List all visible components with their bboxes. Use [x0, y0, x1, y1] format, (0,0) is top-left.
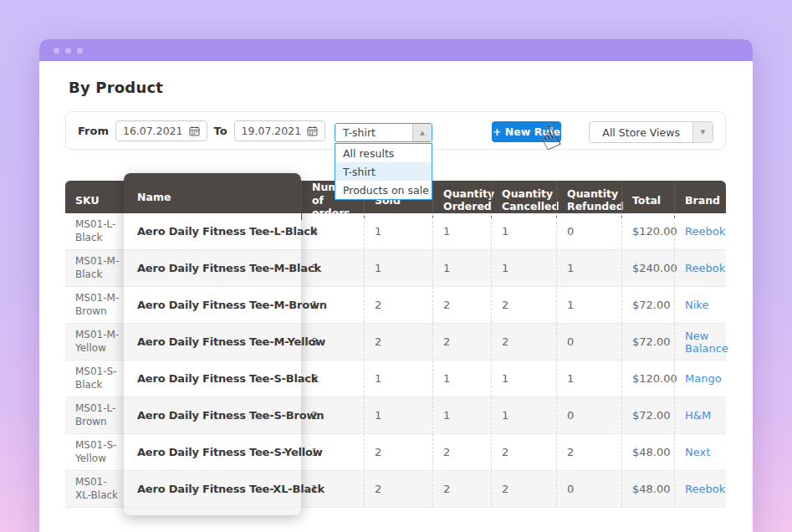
sku-cell: MS01-L-Brown	[65, 397, 124, 433]
store-views-select[interactable]: All Store Views ▼	[589, 121, 713, 143]
qty-refunded-cell: 2	[556, 434, 621, 470]
calendar-icon[interactable]	[307, 125, 318, 136]
sku-cell: MS01-XL-Black	[65, 471, 124, 507]
brand-cell: Mango	[674, 361, 726, 396]
from-date-input[interactable]: 16.07.2021	[115, 120, 207, 141]
product-filter-value: T-shirt	[335, 124, 412, 141]
brand-link[interactable]: Reebok	[685, 225, 725, 238]
qty-ordered-cell: 1	[432, 250, 491, 286]
window-dot-icon[interactable]	[65, 48, 71, 54]
sold-cell: 2	[364, 287, 432, 323]
name-column-footer	[124, 508, 301, 515]
qty-refunded-cell: 0	[556, 213, 621, 249]
dropdown-option-products-on-sale[interactable]: Products on sale	[335, 181, 432, 199]
product-filter-dropdown: All results T-shirt Products on sale	[335, 143, 432, 200]
product-filter-select[interactable]: T-shirt ▲	[335, 123, 432, 142]
qty-cancelled-cell: 2	[491, 287, 556, 323]
from-date-value: 16.07.2021	[123, 125, 183, 137]
name-cell: Aero Daily Fitness Tee-S-Brown	[124, 397, 301, 434]
window-titlebar[interactable]	[39, 39, 753, 61]
dropdown-option-all-results[interactable]: All results	[335, 144, 432, 162]
qty-cancelled-cell: 1	[491, 397, 556, 433]
total-cell: $72.00	[621, 324, 674, 360]
qty-refunded-cell: 1	[556, 250, 621, 286]
brand-link[interactable]: Reebok	[685, 483, 725, 495]
window-dot-icon[interactable]	[77, 48, 83, 54]
qty-ordered-cell: 2	[432, 287, 491, 323]
sku-cell: MS01-L-Black	[65, 213, 124, 249]
to-label: To	[214, 125, 227, 137]
qty-cancelled-cell: 2	[491, 471, 556, 507]
total-cell: $240.00	[621, 250, 674, 286]
name-cell: Aero Daily Fitness Tee-M-Yellow	[124, 324, 301, 361]
sold-cell: 1	[364, 250, 432, 286]
brand-cell: Reebok	[674, 250, 726, 286]
qty-cancelled-cell: 1	[491, 213, 556, 249]
brand-link[interactable]: Nike	[685, 299, 708, 311]
qty-refunded-cell: 0	[556, 397, 621, 433]
dropdown-option-t-shirt[interactable]: T-shirt	[335, 162, 432, 181]
sold-cell: 2	[364, 324, 432, 360]
total-cell: $120.00	[621, 361, 674, 396]
brand-link[interactable]: Reebok	[685, 262, 725, 274]
name-cell: Aero Daily Fitness Tee-M-Brown	[124, 287, 301, 324]
sold-cell: 1	[364, 213, 432, 249]
sold-cell: 1	[364, 361, 432, 396]
brand-cell: H&M	[674, 397, 726, 433]
brand-cell: Nike	[674, 287, 726, 323]
brand-link[interactable]: H&M	[685, 409, 711, 422]
filter-toolbar: From 16.07.2021 To 19.07.2021 T-shirt	[65, 111, 726, 150]
qty-ordered-cell: 1	[432, 361, 491, 396]
qty-ordered-cell: 2	[432, 324, 491, 360]
qty-ordered-cell: 1	[432, 213, 491, 249]
date-range-filter: From 16.07.2021 To 19.07.2021	[78, 112, 325, 149]
total-cell: $120.00	[621, 213, 674, 249]
new-rule-button[interactable]: + New Rule	[492, 121, 561, 142]
name-cell: Aero Daily Fitness Tee-S-Yellow	[124, 434, 301, 471]
qty-refunded-cell: 1	[556, 287, 621, 323]
total-cell: $48.00	[621, 434, 674, 470]
sku-cell: MS01-M-Yellow	[65, 324, 124, 360]
name-cell: Aero Daily Fitness Tee-M-Black	[124, 250, 301, 287]
qty-cancelled-cell: 2	[491, 434, 556, 470]
page-title: By Product	[69, 79, 163, 96]
brand-cell: Next	[674, 434, 726, 470]
name-cell: Aero Daily Fitness Tee-S-Black	[124, 361, 301, 397]
sku-cell: MS01-M-Brown	[65, 287, 124, 323]
qty-cancelled-cell: 1	[491, 250, 556, 286]
brand-link[interactable]: Mango	[685, 372, 722, 385]
qty-refunded-cell: 0	[556, 324, 621, 360]
sku-cell: MS01-S-Yellow	[65, 434, 124, 470]
brand-link[interactable]: New Balance	[685, 330, 728, 355]
qty-ordered-cell: 2	[432, 434, 491, 470]
name-cell: Aero Daily Fitness Tee-XL-Black	[124, 471, 301, 508]
total-cell: $72.00	[621, 397, 674, 433]
brand-link[interactable]: Next	[685, 446, 710, 458]
qty-refunded-cell: 1	[556, 361, 621, 396]
calendar-icon[interactable]	[189, 125, 200, 136]
qty-refunded-cell: 0	[556, 471, 621, 507]
sold-cell: 2	[364, 471, 432, 507]
chevron-up-icon[interactable]: ▲	[412, 124, 432, 141]
qty-cancelled-cell: 2	[491, 324, 556, 360]
qty-cancelled-cell: 1	[491, 361, 556, 396]
window-dot-icon[interactable]	[54, 48, 59, 54]
column-header-name[interactable]: Name	[124, 173, 301, 213]
brand-cell: New Balance	[674, 324, 726, 360]
from-label: From	[78, 125, 109, 137]
total-cell: $48.00	[621, 471, 674, 507]
products-table: SKU Number of orders Sold Quantity Order…	[65, 181, 726, 508]
name-column-card: Name Aero Daily Fitness Tee-L-BlackAero …	[124, 173, 301, 515]
store-views-value: All Store Views	[590, 122, 692, 142]
sold-cell: 2	[364, 434, 432, 470]
brand-cell: Reebok	[674, 213, 726, 249]
sku-cell: MS01-M-Black	[65, 250, 124, 286]
name-cell: Aero Daily Fitness Tee-L-Black	[124, 213, 301, 250]
app-window: By Product From 16.07.2021 To 19.07.2021	[39, 39, 753, 532]
to-date-value: 19.07.2021	[242, 125, 302, 137]
to-date-input[interactable]: 19.07.2021	[234, 120, 326, 141]
desktop-background: By Product From 16.07.2021 To 19.07.2021	[0, 0, 792, 532]
chevron-down-icon[interactable]: ▼	[692, 122, 713, 142]
sku-cell: MS01-S-Black	[65, 361, 124, 396]
total-cell: $72.00	[621, 287, 674, 323]
